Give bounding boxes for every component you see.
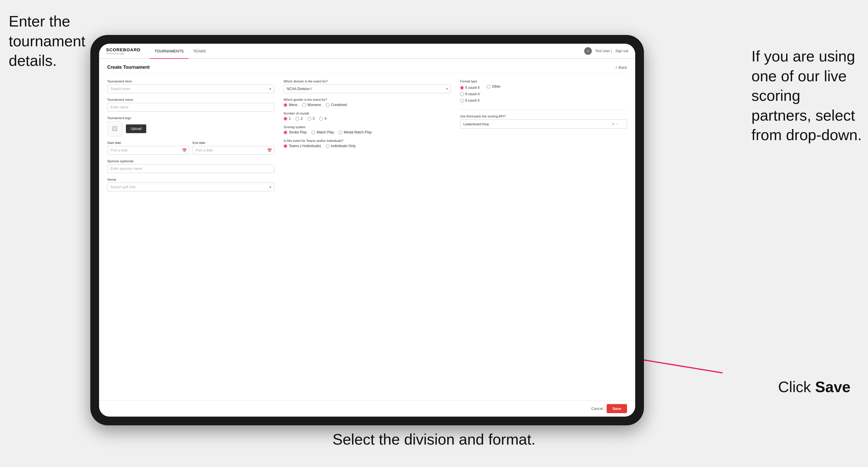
gender-combined-radio[interactable] [326,103,330,107]
gender-combined-label: Combined [331,103,347,107]
end-date-group: End date 📅 [193,141,275,155]
individuals-only[interactable]: Individuals Only [326,144,356,148]
scoring-match-radio[interactable] [311,130,315,134]
annotation-top-right: If you are using one of our live scoring… [751,46,862,145]
sponsor-label: Sponsor (optional) [107,159,274,163]
teams-radio[interactable] [283,144,287,148]
scoring-medal-radio[interactable] [339,130,342,134]
end-date-label: End date [193,141,275,145]
api-select-wrapper[interactable]: Leaderboard King × ↕ [460,119,627,129]
tournament-logo-label: Tournament logo [107,116,274,120]
divider [460,110,627,110]
gender-group: Which gender is the event for? Mens Wome… [283,98,451,107]
format-6count5-label: 6 count 5 [465,98,479,102]
scoring-stroke-radio[interactable] [283,130,287,134]
brand-logo: SCOREBOARD Powered by clippi [106,47,141,55]
start-date-group: Start date 📅 [107,141,189,155]
gender-womens-radio[interactable] [302,103,306,107]
annotation-bottom-center: Select the division and format. [333,430,535,449]
teams-plus-individuals[interactable]: Teams (+Individuals) [283,144,321,148]
gender-mens-radio[interactable] [283,103,287,107]
nav-item-tournaments[interactable]: TOURNAMENTS [150,44,188,59]
format-5count4-label: 5 count 4 [465,86,479,90]
rounds-radio-group: 1 2 3 [283,117,451,121]
logo-area: 🖼 Upload [107,121,274,136]
back-link[interactable]: Back [615,65,627,70]
rounds-3[interactable]: 3 [307,117,315,121]
scoring-stroke-label: Stroke Play [289,130,307,134]
tournament-host-input[interactable] [107,85,274,93]
api-clear-button[interactable]: × [612,122,615,126]
brand-sub: Powered by clippi [106,52,141,55]
rounds-2[interactable]: 2 [296,117,303,121]
format-6count5-radio[interactable] [460,99,464,102]
teams-radio-group: Teams (+Individuals) Individuals Only [283,144,451,148]
rounds-4[interactable]: 4 [319,117,326,121]
annotation-top-left: Enter the tournament details. [9,12,90,71]
logo-placeholder: 🖼 [107,121,122,136]
rounds-1-radio[interactable] [283,117,287,121]
format-other-wrapper: Other [487,85,501,105]
sign-out-link[interactable]: Sign out [615,49,628,53]
tournament-host-select-wrapper: ▾ [107,85,274,93]
teams-group: Is this event for Teams and/or Individua… [283,139,451,148]
cancel-button[interactable]: Cancel [591,406,603,411]
date-row: Start date 📅 End date 📅 [107,141,274,155]
scoring-match-label: Match Play [317,130,334,134]
navbar: SCOREBOARD Powered by clippi TOURNAMENTS… [99,44,635,59]
annotation-bottom-right: Click Save [778,377,850,397]
division-label: Which division is the event for? [283,80,451,83]
start-date-label: Start date [107,141,189,145]
tournament-name-label: Tournament name [107,98,274,101]
format-other-radio[interactable] [487,85,490,89]
format-6count4-radio[interactable] [460,92,464,96]
format-other-label: Other [492,85,501,89]
gender-label: Which gender is the event for? [283,98,451,101]
rounds-3-radio[interactable] [307,117,311,121]
individuals-label: Individuals Only [331,144,356,148]
gender-combined[interactable]: Combined [326,103,347,107]
upload-button[interactable]: Upload [126,124,146,133]
rounds-4-radio[interactable] [319,117,323,121]
individuals-radio[interactable] [326,144,330,148]
rounds-2-radio[interactable] [296,117,299,121]
rounds-label: Number of rounds [283,112,451,115]
scoring-medal-match[interactable]: Medal Match Play [339,130,372,134]
image-icon: 🖼 [112,126,118,132]
division-select[interactable]: NCAA Division I [283,85,451,93]
tablet-frame: SCOREBOARD Powered by clippi TOURNAMENTS… [90,35,644,425]
save-button[interactable]: Save [607,404,627,413]
tournament-name-input[interactable] [107,103,274,112]
format-options-left: 5 count 4 6 count 4 6 count 5 [460,86,479,105]
division-group: Which division is the event for? NCAA Di… [283,80,451,93]
api-expand-button[interactable]: ↕ [616,122,618,126]
format-6count5[interactable]: 6 count 5 [460,98,479,102]
sponsor-input[interactable] [107,164,274,173]
format-6count4[interactable]: 6 count 4 [460,92,479,96]
scoring-match-play[interactable]: Match Play [311,130,334,134]
end-date-input[interactable] [193,146,275,155]
api-label: Use third-party live scoring API? [460,115,627,118]
venue-select-wrapper: ▾ [107,183,274,191]
nav-item-teams[interactable]: TEAMS [188,44,211,59]
rounds-4-label: 4 [324,117,326,121]
form-container: Create Tournament Back Tournament Host ▾ [99,59,635,400]
format-other[interactable]: Other [487,85,501,89]
venue-input[interactable] [107,183,274,191]
rounds-2-label: 2 [301,117,303,121]
end-date-calendar-icon: 📅 [267,148,272,153]
tournament-host-label: Tournament Host [107,80,274,83]
page-header: Create Tournament Back [107,65,627,74]
format-type-group: Format type 5 count 4 6 count [460,80,627,105]
api-value: Leaderboard King [463,122,489,126]
format-5count4[interactable]: 5 count 4 [460,86,479,90]
tournament-host-group: Tournament Host ▾ [107,80,274,93]
gender-womens[interactable]: Womens [302,103,321,107]
scoring-stroke-play[interactable]: Stroke Play [283,130,307,134]
form-grid: Tournament Host ▾ Tournament name [107,80,627,196]
rounds-1[interactable]: 1 [283,117,291,121]
venue-label: Venue [107,178,274,181]
start-date-input[interactable] [107,146,189,155]
gender-mens[interactable]: Mens [283,103,297,107]
format-5count4-radio[interactable] [460,86,464,90]
